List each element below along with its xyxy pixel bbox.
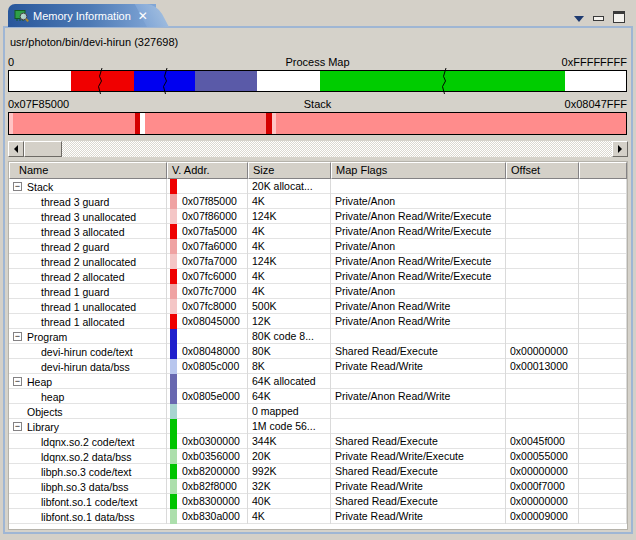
table-row[interactable]: heap 0x0805e000 64K Private/Anon Read/Wr… — [9, 389, 627, 404]
table-row[interactable]: −Stack 20K allocat... — [9, 179, 627, 194]
table-row[interactable]: thread 3 allocated 0x07fa5000 4K Private… — [9, 224, 627, 239]
column-header-offset[interactable]: Offset — [506, 162, 579, 179]
row-offset — [506, 419, 579, 434]
table-row[interactable]: thread 1 allocated 0x08045000 12K Privat… — [9, 314, 627, 329]
table-row[interactable]: thread 2 guard 0x07fa6000 4K Private/Ano… — [9, 239, 627, 254]
table-row[interactable]: ldqnx.so.2 code/text 0xb0300000 344K Sha… — [9, 434, 627, 449]
row-offset — [506, 404, 579, 419]
scroll-left-button[interactable] — [8, 141, 24, 157]
discontinuity-mark — [440, 68, 449, 94]
table-row[interactable]: −Heap 64K allocated — [9, 374, 627, 389]
column-header-vaddr[interactable]: V. Addr. — [167, 162, 248, 179]
map-segment — [257, 71, 320, 91]
row-name: Library — [27, 420, 59, 434]
row-offset: 0x00013000 — [506, 359, 579, 374]
row-vaddr-cell: 0x08048000 — [167, 344, 248, 359]
tree-collapse-box[interactable]: − — [13, 422, 22, 431]
row-vaddr-cell: 0xb0356000 — [167, 449, 248, 464]
table-row[interactable]: thread 1 guard 0x07fc7000 4K Private/Ano… — [9, 284, 627, 299]
row-filler — [579, 344, 627, 359]
row-size: 124K — [248, 209, 331, 224]
table-body: −Stack 20K allocat... thread 3 guard 0x0… — [9, 179, 627, 524]
row-name-cell: thread 2 unallocated — [9, 254, 167, 269]
row-size: 8K — [248, 359, 331, 374]
column-header-filler — [579, 162, 627, 179]
color-swatch — [170, 404, 177, 419]
row-vaddr-cell — [167, 419, 248, 434]
scrollbar-thumb[interactable] — [24, 141, 62, 157]
row-size: 80K code 8... — [248, 329, 331, 344]
tree-collapse-box[interactable]: − — [13, 182, 22, 191]
row-name: heap — [41, 390, 64, 404]
row-mapflags: Private Read/Write — [331, 479, 506, 494]
table-row[interactable]: Objects 0 mapped — [9, 404, 627, 419]
row-mapflags: Private/Anon Read/Write/Execute — [331, 224, 506, 239]
row-size: 4K — [248, 284, 331, 299]
close-icon[interactable]: ✕ — [136, 9, 150, 23]
row-name: thread 2 allocated — [41, 270, 124, 284]
table-row[interactable]: devi-hirun data/bss 0x0805c000 8K Privat… — [9, 359, 627, 374]
color-swatch — [170, 224, 177, 239]
row-filler — [579, 434, 627, 449]
column-header-size[interactable]: Size — [248, 162, 331, 179]
table-row[interactable]: thread 1 unallocated 0x07fc8000 500K Pri… — [9, 299, 627, 314]
row-mapflags: Private/Anon Read/Write — [331, 299, 506, 314]
color-swatch — [170, 464, 177, 479]
column-header-name[interactable]: Name — [9, 162, 167, 179]
table-row[interactable]: devi-hirun code/text 0x08048000 80K Shar… — [9, 344, 627, 359]
row-mapflags: Private Read/Write — [331, 359, 506, 374]
row-name-cell: thread 2 allocated — [9, 269, 167, 284]
row-name: Objects — [27, 405, 63, 419]
table-row[interactable]: thread 3 unallocated 0x07f86000 124K Pri… — [9, 209, 627, 224]
row-name: Stack — [27, 180, 53, 194]
table-row[interactable]: libph.so.3 data/bss 0xb82f8000 32K Priva… — [9, 479, 627, 494]
row-offset — [506, 194, 579, 209]
process-map-bar[interactable] — [8, 70, 627, 92]
maximize-icon[interactable] — [613, 11, 625, 23]
column-header-mapflags[interactable]: Map Flags — [331, 162, 506, 179]
view-menu-icon[interactable] — [574, 16, 584, 22]
row-name-cell: ldqnx.so.2 data/bss — [9, 449, 167, 464]
minimize-icon[interactable] — [593, 16, 604, 21]
tree-collapse-box[interactable]: − — [13, 377, 22, 386]
row-vaddr-cell: 0x07fa5000 — [167, 224, 248, 239]
horizontal-scrollbar[interactable] — [8, 141, 628, 157]
table-row[interactable]: ldqnx.so.2 data/bss 0xb0356000 20K Priva… — [9, 449, 627, 464]
row-mapflags — [331, 404, 506, 419]
row-offset: 0x00000000 — [506, 464, 579, 479]
table-row[interactable]: thread 2 allocated 0x07fc6000 4K Private… — [9, 269, 627, 284]
row-vaddr: 0x08048000 — [182, 345, 240, 357]
table-row[interactable]: thread 2 unallocated 0x07fa7000 124K Pri… — [9, 254, 627, 269]
color-swatch — [170, 284, 177, 299]
row-mapflags: Private/Anon Read/Write/Execute — [331, 269, 506, 284]
color-swatch — [170, 344, 177, 359]
stack-map-start: 0x07F85000 — [8, 98, 214, 110]
row-name: thread 3 allocated — [41, 225, 124, 239]
table-row[interactable]: thread 3 guard 0x07f85000 4K Private/Ano… — [9, 194, 627, 209]
row-vaddr: 0xb830a000 — [182, 510, 240, 522]
stack-map-bar[interactable] — [8, 112, 627, 135]
row-filler — [579, 509, 627, 524]
table-row[interactable]: −Library 1M code 56... — [9, 419, 627, 434]
row-filler — [579, 209, 627, 224]
row-filler — [579, 389, 627, 404]
row-name-cell: libfont.so.1 code/text — [9, 494, 167, 509]
row-vaddr: 0xb8200000 — [182, 465, 240, 477]
table-row[interactable]: libph.so.3 code/text 0xb8200000 992K Sha… — [9, 464, 627, 479]
row-vaddr-cell: 0x0805e000 — [167, 389, 248, 404]
table-row[interactable]: −Program 80K code 8... — [9, 329, 627, 344]
row-vaddr-cell: 0x07fc8000 — [167, 299, 248, 314]
scroll-right-button[interactable] — [612, 141, 628, 157]
row-offset — [506, 284, 579, 299]
row-name: libfont.so.1 code/text — [41, 495, 137, 509]
process-map-start: 0 — [8, 56, 214, 68]
row-offset — [506, 239, 579, 254]
left-arrow-icon — [14, 145, 18, 153]
table-row[interactable]: libfont.so.1 code/text 0xb8300000 40K Sh… — [9, 494, 627, 509]
row-vaddr-cell: 0x07f86000 — [167, 209, 248, 224]
row-name: thread 1 unallocated — [41, 300, 136, 314]
table-row[interactable]: libfont.so.1 data/bss 0xb830a000 4K Priv… — [9, 509, 627, 524]
row-name-cell: thread 3 guard — [9, 194, 167, 209]
tree-collapse-box[interactable]: − — [13, 332, 22, 341]
tab-memory-information[interactable]: Memory Information ✕ — [8, 4, 156, 27]
